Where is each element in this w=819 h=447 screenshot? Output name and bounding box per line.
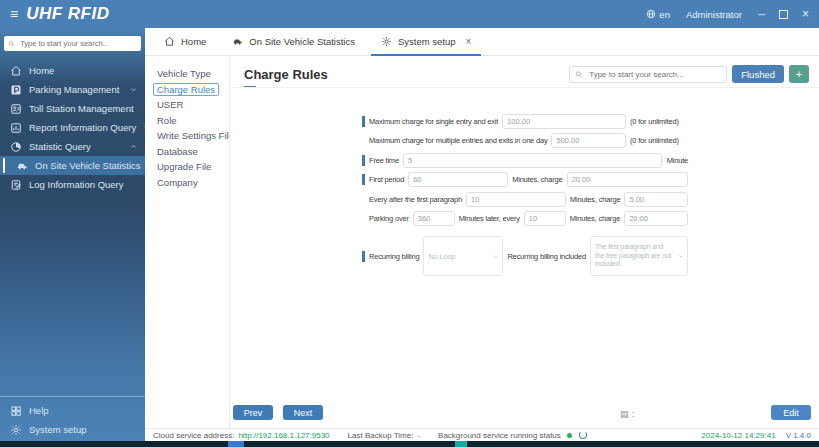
nav-item-label: Role: [157, 115, 177, 126]
after-first-minutes-input[interactable]: [466, 192, 566, 207]
cloud-address-url[interactable]: http://192.168.1.127:9530: [238, 431, 329, 440]
recurring-billing-select[interactable]: No Loop: [423, 236, 503, 276]
nav-item-label: Upgrade File: [157, 161, 211, 172]
sidebar-item-statistic-query[interactable]: Statistic Query: [0, 137, 145, 156]
field-label: Parking over: [369, 214, 409, 223]
app-version: V 1.4.0: [786, 431, 811, 440]
edit-button[interactable]: Edit: [771, 405, 811, 420]
sidebar-item-label: Report Information Query: [29, 122, 136, 133]
prev-button[interactable]: Prev: [233, 405, 273, 420]
form-row-parking-over: Parking over Minutes later, every Minute…: [362, 211, 688, 227]
form-row-first-period: First period Minutes, charge: [362, 172, 688, 188]
settings-nav-database[interactable]: Database: [157, 144, 229, 160]
recurring-included-select[interactable]: The first paragraph and the free paragra…: [590, 236, 688, 276]
sidebar-item-label: Log Information Query: [29, 179, 124, 190]
field-mid-label: Minutes, charge: [512, 175, 562, 184]
ime-indicator[interactable]: ▤:: [620, 410, 634, 419]
sidebar-item-parking-management[interactable]: Parking Management: [0, 80, 145, 99]
flushed-button[interactable]: Flushed: [732, 65, 784, 83]
service-status-dot: [567, 433, 572, 438]
tab-label: Home: [181, 36, 206, 47]
field-suffix: (0 for unlimited): [630, 117, 688, 126]
first-period-minutes-input[interactable]: [408, 172, 508, 187]
backup-time-value: -: [417, 431, 420, 440]
settings-nav-company[interactable]: Company: [157, 175, 229, 191]
max-multiple-input[interactable]: [551, 133, 626, 148]
tab-bar: Home On Site Vehicle Statistics System s…: [145, 28, 819, 56]
sidebar-item-system-setup[interactable]: System setup: [0, 420, 145, 439]
parking-over-charge-input[interactable]: [624, 211, 688, 226]
status-bar: Cloud service address: http://192.168.1.…: [145, 428, 819, 441]
sidebar-item-help[interactable]: Help: [0, 401, 145, 420]
sidebar-item-toll-station-management[interactable]: Toll Station Management: [0, 99, 145, 118]
sidebar-search-input[interactable]: [18, 38, 137, 49]
first-period-charge-input[interactable]: [567, 172, 689, 187]
keyboard-icon: ▤: [620, 410, 629, 419]
parking-over-every-input[interactable]: [524, 211, 566, 226]
section-bar: [362, 174, 365, 185]
next-button[interactable]: Next: [283, 405, 323, 420]
service-refresh-icon[interactable]: [579, 431, 587, 439]
maximize-icon[interactable]: [779, 10, 788, 19]
sidebar-item-label: System setup: [29, 424, 87, 435]
chevron-down-icon: [678, 253, 684, 259]
select-value: No Loop: [428, 252, 464, 261]
app-logo: UHF RFID: [26, 4, 109, 24]
bottom-taskbar-strip: [0, 441, 819, 447]
settings-nav-user[interactable]: USER: [157, 97, 229, 113]
settings-nav-upgrade-file[interactable]: Upgrade File: [157, 159, 229, 175]
backup-time-label: Last Backup Time:: [348, 431, 414, 440]
tab-close-icon[interactable]: ×: [466, 37, 472, 47]
sidebar-item-home[interactable]: Home: [0, 61, 145, 80]
tab-label: On Site Vehicle Statistics: [249, 36, 355, 47]
field-label: Maximum charge for single entry and exit: [369, 117, 498, 126]
content-search-input[interactable]: [587, 69, 721, 80]
add-button[interactable]: +: [789, 65, 809, 83]
form-row-free-time: Free time Minute: [362, 152, 688, 168]
sidebar-item-log-information-query[interactable]: Log Information Query: [0, 175, 145, 194]
chevron-up-icon: [130, 143, 137, 150]
content-search[interactable]: [569, 66, 727, 83]
log-document-icon: [10, 179, 22, 191]
field-label: Recurring billing: [369, 252, 419, 261]
form-row-max-single: Maximum charge for single entry and exit…: [362, 113, 688, 129]
tab-home[interactable]: Home: [151, 28, 219, 55]
nav-item-label: Vehicle Type: [157, 68, 211, 79]
select-value: The first paragraph and the free paragra…: [595, 243, 683, 269]
close-icon[interactable]: ×: [802, 7, 809, 21]
parking-icon: [10, 84, 22, 96]
parking-over-minutes-input[interactable]: [413, 211, 455, 226]
settings-nav-charge-rules[interactable]: Charge Rules: [157, 82, 229, 98]
field-suffix: (0 for unlimited): [630, 136, 688, 145]
nav-item-label: Company: [157, 177, 198, 188]
after-first-charge-input[interactable]: [624, 192, 688, 207]
sidebar-item-label: Statistic Query: [29, 141, 91, 152]
cloud-address-label: Cloud service address:: [153, 431, 234, 440]
nav-item-label: Write Settings File: [157, 130, 234, 141]
hamburger-menu-icon[interactable]: ≡: [10, 7, 18, 21]
sidebar-item-on-site-vehicle-statistics[interactable]: On Site Vehicle Statistics: [0, 156, 145, 175]
sidebar-search[interactable]: [4, 36, 141, 51]
sidebar-item-report-information-query[interactable]: Report Information Query: [0, 118, 145, 137]
settings-nav-vehicle-type[interactable]: Vehicle Type: [157, 66, 229, 82]
form-row-recurring: Recurring billing No Loop Recurring bill…: [362, 235, 688, 277]
language-label: en: [659, 9, 670, 20]
field-suffix: Minute: [667, 156, 688, 165]
tab-on-site-vehicle-statistics[interactable]: On Site Vehicle Statistics: [219, 28, 368, 55]
minimize-icon[interactable]: ─: [758, 9, 765, 20]
user-name[interactable]: Administrator: [686, 9, 742, 20]
max-single-input[interactable]: [502, 114, 626, 129]
globe-icon: [646, 9, 656, 19]
settings-nav-role[interactable]: Role: [157, 113, 229, 129]
section-bar: [362, 116, 365, 127]
tab-system-setup[interactable]: System setup ×: [368, 28, 484, 55]
settings-nav-write-settings-file[interactable]: Write Settings File: [157, 128, 229, 144]
main-sidebar: Home Parking Management Toll Station Man…: [0, 28, 145, 441]
section-bar: [362, 251, 365, 262]
language-selector[interactable]: en: [646, 9, 670, 20]
service-status-label: Background service running status: [438, 431, 561, 440]
toll-station-icon: [10, 103, 22, 115]
page-title: Charge Rules: [244, 67, 328, 82]
ime-dots: :: [632, 410, 635, 419]
free-time-input[interactable]: [403, 153, 662, 168]
